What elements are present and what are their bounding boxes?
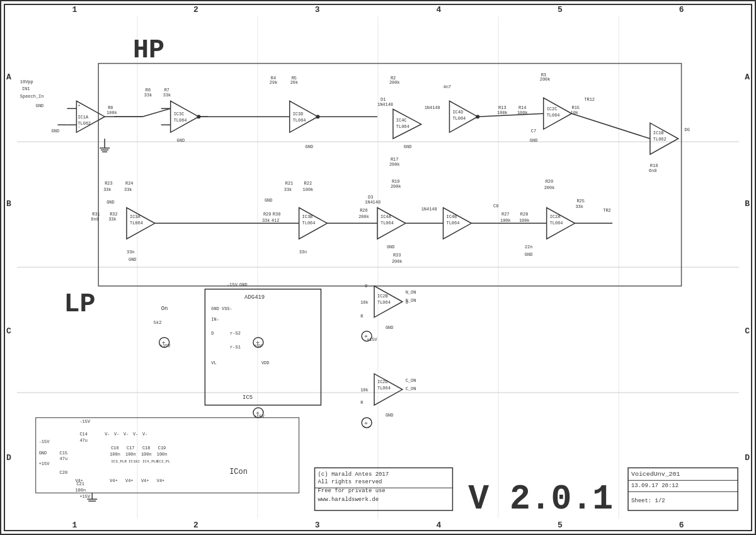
svg-text:V-: V-	[133, 432, 138, 437]
svg-text:+: +	[256, 340, 260, 347]
svg-text:R: R	[360, 314, 363, 319]
svg-text:100n: 100n	[125, 452, 136, 457]
svg-text:10Vpp: 10Vpp	[20, 79, 33, 84]
svg-text:GND: GND	[36, 103, 44, 108]
svg-line-225	[571, 113, 650, 139]
svg-text:33k: 33k	[108, 217, 117, 222]
svg-text:5k2: 5k2	[154, 320, 162, 325]
svg-text:TL062: TL062	[77, 121, 91, 126]
svg-text:100k: 100k	[500, 218, 511, 223]
svg-text:R21: R21	[285, 181, 294, 186]
svg-text:GND: GND	[386, 413, 394, 418]
svg-text:DG: DG	[685, 127, 690, 132]
svg-text:R25: R25	[576, 198, 585, 204]
col-2-bot: 2	[193, 521, 198, 530]
svg-text:R26: R26	[360, 208, 368, 213]
grid-letters-right: A B C D	[745, 1, 750, 534]
svg-text:TL064: TL064	[396, 124, 410, 129]
svg-text:+: +	[77, 103, 80, 108]
svg-text:+: +	[364, 420, 368, 427]
grid-numbers-bottom: 1 2 3 4 5 6	[1, 521, 755, 530]
svg-text:V-: V-	[142, 432, 147, 437]
col-1-bot: 1	[72, 521, 77, 530]
svg-text:V4+: V4+	[75, 478, 83, 483]
svg-text:10k: 10k	[360, 300, 369, 305]
svg-text:100n: 100n	[141, 452, 152, 457]
svg-text:D1: D1	[381, 97, 386, 102]
svg-text:+15V: +15V	[79, 494, 91, 499]
svg-text:C20: C20	[60, 470, 68, 475]
svg-text:GND: GND	[306, 144, 314, 149]
svg-text:IN-: IN-	[211, 317, 219, 322]
svg-text:IC2C: IC2C	[547, 106, 558, 112]
svg-text:R23: R23	[105, 181, 113, 186]
svg-text:C18: C18	[142, 446, 151, 451]
svg-text:-15V: -15V	[79, 419, 91, 424]
svg-text:33k: 33k	[262, 218, 270, 223]
svg-text:29k: 29k	[270, 80, 278, 85]
svg-text:33k: 33k	[284, 187, 292, 192]
svg-text:V4+: V4+	[157, 478, 165, 483]
svg-text:10k: 10k	[360, 388, 369, 393]
svg-text:TL064: TL064	[377, 386, 391, 391]
svg-text:200k: 200k	[544, 185, 555, 190]
svg-text:33n: 33n	[299, 250, 307, 255]
svg-text:R: R	[360, 400, 363, 405]
svg-text:IC2D: IC2D	[377, 379, 388, 384]
svg-text:C16: C16	[111, 446, 119, 451]
svg-text:22n: 22n	[525, 244, 533, 250]
svg-text:33k: 33k	[163, 93, 171, 98]
svg-text:+: +	[162, 340, 166, 347]
svg-text:-15V: -15V	[227, 282, 238, 287]
svg-text:TL064: TL064	[547, 113, 560, 118]
svg-text:1N4148: 1N4148	[421, 207, 437, 212]
svg-text:412: 412	[272, 218, 280, 223]
svg-text:R5: R5	[292, 76, 297, 81]
svg-text:VL: VL	[211, 360, 216, 365]
svg-text:R20: R20	[546, 179, 554, 184]
schematic-svg: HP + - IC1A TL062 GND 10Vpp IN1 Speech_I…	[16, 16, 740, 519]
col-6-top: 6	[679, 5, 684, 14]
sheet-text: Sheet: 1/2	[631, 498, 665, 504]
schematic-container: 1 2 3 4 5 6 1 2 3 4 5 6 A B C D A B C D	[0, 0, 756, 535]
svg-text:IC2_PL: IC2_PL	[157, 459, 171, 464]
svg-text:100n: 100n	[75, 488, 86, 493]
svg-text:R33: R33	[393, 253, 401, 258]
svg-text:GND: GND	[530, 138, 538, 143]
svg-line-224	[478, 113, 543, 117]
svg-text:GND: GND	[386, 325, 394, 330]
svg-text:100k: 100k	[303, 187, 314, 192]
col-3-bot: 3	[315, 521, 320, 530]
svg-text:V4+: V4+	[141, 478, 149, 483]
svg-text:200k: 200k	[392, 259, 403, 264]
svg-text:+: +	[364, 333, 368, 340]
row-c-right: C	[745, 326, 750, 336]
schematic-area: HP + - IC1A TL062 GND 10Vpp IN1 Speech_I…	[16, 16, 740, 519]
lp-label: LP	[64, 289, 96, 319]
svg-point-250	[476, 115, 479, 118]
svg-text:GND: GND	[39, 451, 47, 456]
svg-text:33k: 33k	[575, 204, 583, 209]
svg-text:IC10J: IC10J	[129, 459, 140, 464]
svg-text:GND VSS-: GND VSS-	[211, 306, 232, 311]
svg-text:R15: R15	[571, 105, 580, 110]
svg-text:R19: R19	[392, 179, 400, 184]
svg-text:C19: C19	[158, 446, 166, 451]
date-text: 13.09.17 20:12	[631, 483, 679, 489]
row-a-right: A	[745, 72, 750, 82]
svg-text:4n7: 4n7	[443, 84, 451, 89]
svg-text:V 2.0.1: V 2.0.1	[468, 480, 613, 519]
svg-point-248	[197, 115, 200, 118]
svg-text:r-S2: r-S2	[230, 331, 241, 336]
svg-text:IC2A: IC2A	[550, 214, 561, 219]
svg-text:8: 8	[406, 300, 408, 305]
svg-text:IC3C: IC3C	[174, 112, 185, 117]
svg-text:47u: 47u	[79, 438, 88, 443]
svg-text:R32: R32	[110, 212, 118, 217]
row-b-right: B	[745, 199, 750, 209]
svg-text:R7: R7	[164, 88, 169, 93]
svg-line-221	[142, 108, 171, 117]
svg-text:33k: 33k	[144, 93, 152, 98]
svg-text:D3: D3	[368, 195, 373, 200]
row-d-right: D	[745, 453, 750, 463]
